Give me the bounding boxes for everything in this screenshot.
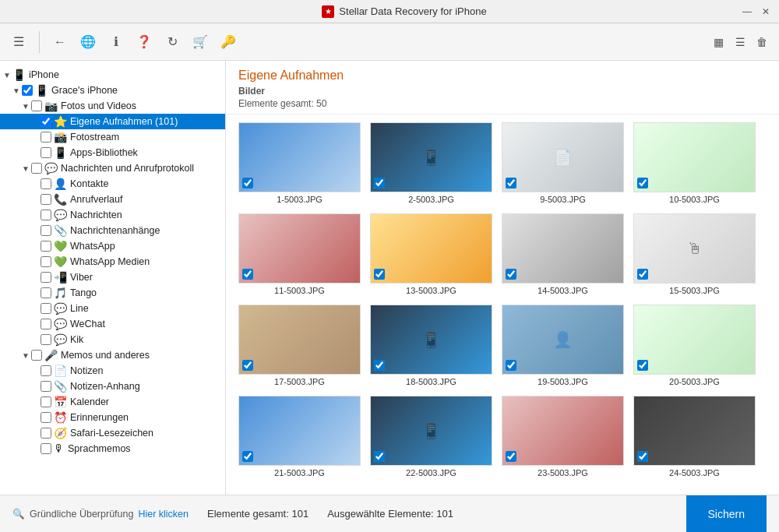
checkbox-notizen[interactable] bbox=[41, 365, 51, 376]
sidebar-item-graces-iphone[interactable]: ▼ 📱 Grace's iPhone bbox=[0, 83, 225, 98]
photo-checkbox[interactable] bbox=[374, 360, 385, 371]
scan-icon: 🔍 bbox=[12, 508, 25, 520]
sidebar-item-safari[interactable]: 🧭 Safari-Lesezeichen bbox=[0, 425, 225, 441]
checkbox-viber[interactable] bbox=[41, 272, 51, 283]
checkbox-eigene-aufnahmen[interactable] bbox=[41, 116, 51, 127]
globe-icon[interactable]: 🌐 bbox=[77, 31, 99, 53]
photo-thumbnail[interactable]: 📱 bbox=[370, 396, 492, 466]
checkbox-kik[interactable] bbox=[41, 334, 51, 345]
sidebar-item-notizen[interactable]: 📄 Notizen bbox=[0, 363, 225, 379]
minimize-button[interactable]: — bbox=[740, 5, 754, 19]
cart-icon[interactable]: 🛒 bbox=[189, 31, 211, 53]
photo-checkbox[interactable] bbox=[637, 451, 648, 462]
checkbox-fotos-videos[interactable] bbox=[31, 100, 42, 111]
sidebar-item-erinnerungen[interactable]: ⏰ Erinnerungen bbox=[0, 410, 225, 425]
sidebar-item-line[interactable]: 💬 Line bbox=[0, 301, 225, 316]
sidebar-item-kik[interactable]: 💬 Kik bbox=[0, 332, 225, 347]
checkbox-whatsapp[interactable] bbox=[41, 241, 51, 252]
photo-checkbox[interactable] bbox=[242, 178, 253, 188]
sidebar-item-sprachmemos[interactable]: 🎙 Sprachmemos bbox=[0, 441, 225, 456]
scan-link[interactable]: Hier klicken bbox=[138, 509, 189, 520]
checkbox-fotostream[interactable] bbox=[41, 132, 51, 143]
sidebar-item-kontakte[interactable]: 👤 Kontakte bbox=[0, 176, 225, 192]
photo-thumbnail[interactable]: 👤 bbox=[502, 305, 624, 375]
checkbox-kontakte[interactable] bbox=[41, 178, 51, 189]
toggle-graces-iphone[interactable]: ▼ bbox=[12, 86, 22, 95]
sidebar-item-whatsapp-medien[interactable]: 💚 WhatsApp Medien bbox=[0, 254, 225, 270]
sidebar-item-eigene-aufnahmen[interactable]: ⭐ Eigene Aufnahmen (101) bbox=[0, 114, 225, 129]
photo-thumbnail[interactable]: 📱 bbox=[370, 122, 492, 192]
photo-checkbox[interactable] bbox=[637, 360, 648, 371]
photo-thumbnail[interactable] bbox=[238, 213, 361, 284]
checkbox-tango[interactable] bbox=[41, 287, 51, 298]
grid-view-button[interactable]: ▦ bbox=[709, 33, 728, 51]
photo-checkbox[interactable] bbox=[506, 360, 516, 371]
checkbox-nachrichtenanhange[interactable] bbox=[41, 225, 51, 236]
photo-checkbox[interactable] bbox=[506, 269, 516, 280]
toggle-fotos-videos[interactable]: ▼ bbox=[22, 102, 31, 111]
photo-checkbox[interactable] bbox=[242, 451, 253, 462]
sidebar-item-fotos-videos[interactable]: ▼ 📷 Fotos und Videos bbox=[0, 98, 225, 114]
photo-thumbnail[interactable] bbox=[633, 305, 756, 375]
photo-thumbnail[interactable] bbox=[238, 396, 361, 466]
help-icon[interactable]: ❓ bbox=[133, 31, 155, 53]
photo-checkbox[interactable] bbox=[506, 451, 516, 462]
sidebar-item-whatsapp[interactable]: 💚 WhatsApp bbox=[0, 238, 225, 254]
sidebar-item-fotostream[interactable]: 📸 Fotostream bbox=[0, 129, 225, 145]
photo-checkbox[interactable] bbox=[242, 360, 253, 371]
photo-thumbnail[interactable] bbox=[633, 396, 756, 466]
checkbox-whatsapp-medien[interactable] bbox=[41, 256, 51, 267]
back-icon[interactable]: ← bbox=[49, 31, 71, 53]
photo-thumbnail[interactable]: 🖱 bbox=[633, 213, 756, 284]
info-icon[interactable]: ℹ bbox=[105, 31, 127, 53]
sidebar-item-memos[interactable]: ▼ 🎤 Memos und anderes bbox=[0, 347, 225, 363]
save-button[interactable]: Sichern bbox=[686, 495, 767, 533]
photo-thumbnail[interactable]: 📄 bbox=[502, 122, 624, 192]
toggle-iphone[interactable]: ▼ bbox=[3, 71, 12, 79]
photo-thumbnail[interactable] bbox=[238, 122, 361, 192]
sidebar-item-apps-bibliothek[interactable]: 📱 Apps-Bibliothek bbox=[0, 145, 225, 160]
photo-checkbox[interactable] bbox=[374, 178, 385, 188]
checkbox-nachrichten-item[interactable] bbox=[41, 210, 51, 220]
photo-thumbnail[interactable] bbox=[633, 122, 756, 192]
close-button[interactable]: ✕ bbox=[759, 5, 773, 19]
sidebar-item-wechat[interactable]: 💬 WeChat bbox=[0, 316, 225, 332]
photo-thumbnail[interactable] bbox=[370, 213, 492, 284]
photo-checkbox[interactable] bbox=[637, 178, 648, 188]
checkbox-memos[interactable] bbox=[31, 350, 42, 361]
photo-checkbox[interactable] bbox=[374, 269, 385, 280]
delete-button[interactable]: 🗑 bbox=[753, 33, 771, 51]
photo-thumbnail[interactable] bbox=[502, 213, 624, 284]
checkbox-anrufverlauf[interactable] bbox=[41, 194, 51, 205]
photo-thumbnail[interactable] bbox=[502, 396, 624, 466]
checkbox-erinnerungen[interactable] bbox=[41, 412, 51, 423]
photo-checkbox[interactable] bbox=[374, 451, 385, 462]
photo-thumbnail[interactable]: 📱 bbox=[370, 305, 492, 375]
refresh-icon[interactable]: ↻ bbox=[161, 31, 183, 53]
checkbox-line[interactable] bbox=[41, 303, 51, 314]
list-view-button[interactable]: ☰ bbox=[731, 33, 749, 51]
key-icon[interactable]: 🔑 bbox=[217, 31, 239, 53]
checkbox-notizen-anhang[interactable] bbox=[41, 381, 51, 392]
checkbox-apps-bibliothek[interactable] bbox=[41, 147, 51, 158]
sidebar-item-iphone[interactable]: ▼ 📱 iPhone bbox=[0, 67, 225, 83]
sidebar-item-tango[interactable]: 🎵 Tango bbox=[0, 285, 225, 301]
checkbox-nachrichten[interactable] bbox=[31, 163, 42, 174]
sidebar-item-kalender[interactable]: 📅 Kalender bbox=[0, 394, 225, 410]
sidebar-item-anrufverlauf[interactable]: 📞 Anrufverlauf bbox=[0, 192, 225, 207]
sidebar-item-notizen-anhang[interactable]: 📎 Notizen-Anhang bbox=[0, 379, 225, 394]
checkbox-kalender[interactable] bbox=[41, 396, 51, 407]
sidebar-item-viber[interactable]: 📲 Viber bbox=[0, 270, 225, 285]
checkbox-wechat[interactable] bbox=[41, 319, 51, 329]
menu-icon[interactable]: ☰ bbox=[8, 31, 30, 53]
sidebar-item-nachrichtenanhange[interactable]: 📎 Nachrichtenanhänge bbox=[0, 223, 225, 238]
checkbox-sprachmemos[interactable] bbox=[41, 443, 51, 454]
checkbox-safari[interactable] bbox=[41, 428, 51, 439]
photo-checkbox[interactable] bbox=[242, 269, 253, 280]
sidebar-item-nachrichten-item[interactable]: 💬 Nachrichten bbox=[0, 207, 225, 223]
photo-thumbnail[interactable] bbox=[238, 305, 361, 375]
photo-checkbox[interactable] bbox=[637, 269, 648, 280]
photo-checkbox[interactable] bbox=[506, 178, 516, 188]
sidebar-item-nachrichten[interactable]: ▼ 💬 Nachrichten und Anrufprotokoll bbox=[0, 160, 225, 176]
checkbox-graces-iphone[interactable] bbox=[22, 85, 33, 96]
